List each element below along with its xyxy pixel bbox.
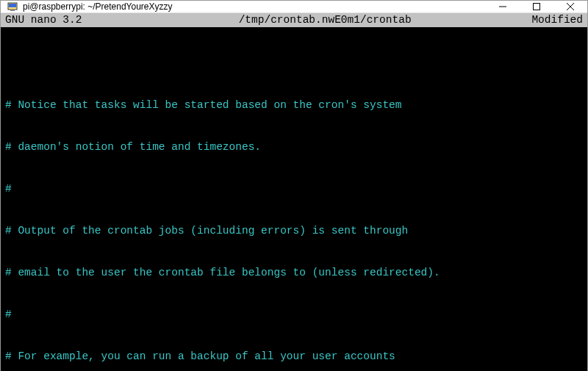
svg-rect-4	[534, 4, 540, 10]
comment-line: # daemon's notion of time and timezones.	[5, 140, 583, 154]
comment-line: # email to the user the crontab file bel…	[5, 266, 583, 280]
window-title: pi@raspberrypi: ~/PretendYoureXyzzy	[23, 1, 486, 12]
nano-file-path: /tmp/crontab.nwE0m1/crontab	[171, 13, 480, 27]
comment-line: # For example, you can run a backup of a…	[5, 350, 583, 364]
terminal[interactable]: GNU nano 3.2 /tmp/crontab.nwE0m1/crontab…	[1, 13, 587, 371]
nano-status: Modified	[480, 13, 583, 27]
window-controls	[486, 1, 587, 12]
svg-rect-1	[9, 4, 16, 7]
comment-line: #	[5, 308, 583, 322]
comment-line: # Output of the crontab jobs (including …	[5, 224, 583, 238]
nano-app-label: GNU nano 3.2	[5, 13, 171, 27]
blank-line	[5, 57, 583, 71]
minimize-button[interactable]	[486, 1, 520, 12]
nano-header: GNU nano 3.2 /tmp/crontab.nwE0m1/crontab…	[1, 13, 587, 27]
comment-line: # Notice that tasks will be started base…	[5, 98, 583, 112]
titlebar: pi@raspberrypi: ~/PretendYoureXyzzy	[1, 1, 587, 13]
putty-icon	[7, 1, 18, 12]
putty-window: pi@raspberrypi: ~/PretendYoureXyzzy GNU …	[0, 0, 588, 371]
svg-rect-2	[10, 10, 15, 11]
maximize-button[interactable]	[520, 1, 553, 12]
close-button[interactable]	[553, 1, 587, 12]
editor-body[interactable]: # Notice that tasks will be started base…	[1, 27, 587, 371]
comment-line: #	[5, 182, 583, 196]
